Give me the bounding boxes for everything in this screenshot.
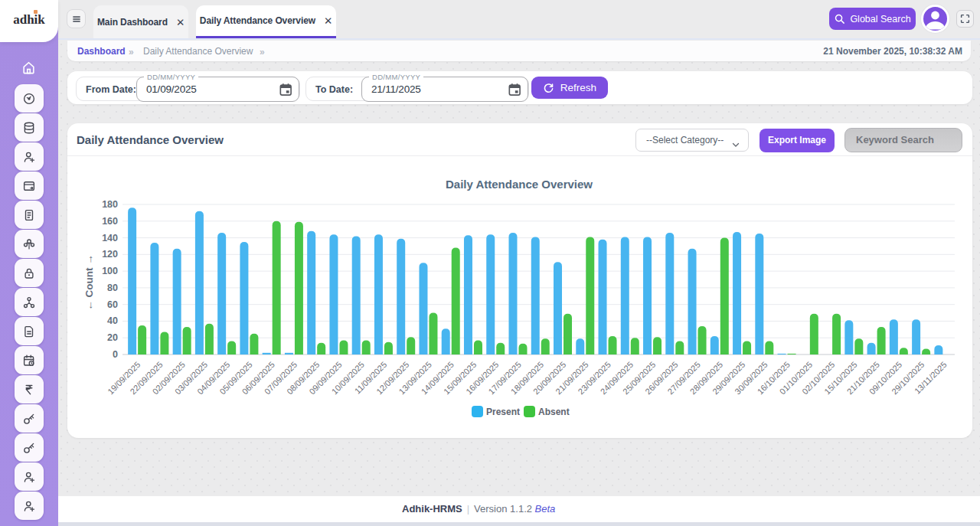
svg-text:0: 0 [113, 349, 118, 360]
svg-text:Present: Present [486, 407, 520, 417]
svg-text:100: 100 [102, 266, 118, 276]
svg-text:Absent: Absent [538, 407, 570, 417]
svg-text:80: 80 [107, 283, 118, 293]
svg-text:180: 180 [102, 199, 118, 210]
svg-text:160: 160 [102, 216, 118, 227]
svg-text:Daily Attendance Overview: Daily Attendance Overview [446, 178, 593, 191]
svg-text:60: 60 [107, 299, 118, 310]
svg-text:120: 120 [102, 249, 118, 260]
svg-text:140: 140 [102, 233, 118, 243]
svg-text:40: 40 [107, 315, 118, 326]
svg-text:20: 20 [107, 332, 118, 343]
svg-text:← Count →: ← Count → [83, 254, 95, 311]
